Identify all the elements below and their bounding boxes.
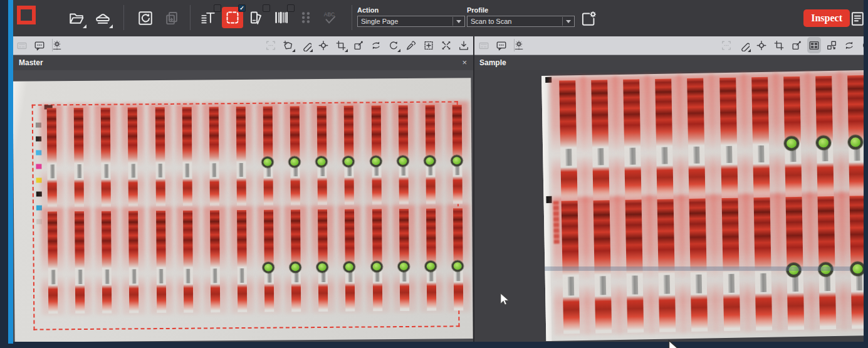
master-scan-image[interactable] xyxy=(13,78,473,342)
rotate-icon[interactable] xyxy=(388,38,399,52)
edge-icon-group xyxy=(847,8,864,29)
package-strip xyxy=(657,199,676,332)
crop-icon[interactable] xyxy=(335,38,347,52)
brightness-icon[interactable] xyxy=(51,38,63,52)
package-strip xyxy=(847,75,864,196)
master-panel-title: Master xyxy=(19,58,43,67)
save-image-icon[interactable] xyxy=(458,38,469,52)
comment-icon[interactable] xyxy=(34,38,45,52)
green-dot-marker xyxy=(397,156,409,167)
rotate-icon[interactable] xyxy=(861,38,864,52)
sample-canvas xyxy=(474,70,864,342)
package-strip xyxy=(156,211,166,313)
package-strip xyxy=(371,105,381,204)
text-inspection-checkbox[interactable] xyxy=(214,4,221,12)
profile-label: Profile xyxy=(467,6,575,14)
green-dot-marker xyxy=(343,261,355,272)
package-strip xyxy=(849,196,864,329)
green-dot-marker xyxy=(370,156,382,167)
dropdown-corner-icon xyxy=(310,49,313,52)
chevron-down-icon xyxy=(562,17,573,26)
sync-views-icon[interactable] xyxy=(370,38,382,52)
color-inspection-checkbox[interactable] xyxy=(263,4,270,12)
braille-inspection-icon xyxy=(295,7,316,28)
action-icon-group xyxy=(135,8,182,29)
package-strip xyxy=(426,209,436,311)
lasso-select-icon[interactable] xyxy=(283,38,294,52)
scan-row xyxy=(559,75,864,201)
file-icon-group xyxy=(66,8,113,29)
package-strip xyxy=(372,209,382,311)
package-strip xyxy=(817,196,836,329)
text-inspection-icon[interactable] xyxy=(197,7,219,28)
package-strip xyxy=(344,106,354,205)
scan-row xyxy=(47,105,463,207)
graphics-inspection-checkbox[interactable]: ✓ xyxy=(238,4,246,12)
eyedropper-icon[interactable] xyxy=(405,38,417,52)
folder-open-icon[interactable] xyxy=(66,8,87,29)
package-strip xyxy=(656,78,674,199)
dropdown-corner-icon xyxy=(345,49,348,52)
master-canvas xyxy=(13,70,473,342)
package-strip xyxy=(721,198,740,331)
report-icon[interactable] xyxy=(847,8,864,29)
window-resize-icon[interactable] xyxy=(826,38,837,52)
scrollbar-hint[interactable] xyxy=(545,266,850,271)
eraser-icon[interactable] xyxy=(738,38,750,52)
package-strip xyxy=(623,79,641,199)
crosshair-icon[interactable] xyxy=(318,38,329,52)
profile-dropdown[interactable]: Scan to Scan xyxy=(467,16,575,27)
brightness-icon[interactable] xyxy=(513,38,525,52)
inspection-icon-group: ✓ABC xyxy=(197,7,341,28)
sync-views-icon[interactable] xyxy=(844,38,855,52)
green-dot-marker xyxy=(288,156,300,167)
toolbar-divider xyxy=(514,39,515,51)
color-inspection-icon[interactable] xyxy=(246,7,268,28)
package-strip xyxy=(48,211,58,314)
package-strip xyxy=(237,210,247,312)
sample-scan-image[interactable] xyxy=(541,70,864,341)
move-region-icon[interactable] xyxy=(353,38,364,52)
move-region-icon[interactable] xyxy=(791,38,802,52)
master-panel-titlebar: Master × xyxy=(13,55,473,70)
barcode-inspection-checkbox[interactable] xyxy=(287,4,295,12)
dropdown-corner-icon xyxy=(748,49,751,52)
action-dropdown[interactable]: Single Page xyxy=(357,16,465,27)
grid-view-icon[interactable] xyxy=(808,38,820,52)
package-strip xyxy=(719,78,738,198)
scan-row xyxy=(562,196,864,334)
package-strip xyxy=(559,80,577,201)
package-strip xyxy=(452,105,463,204)
master-toolbar xyxy=(13,36,473,55)
package-strip xyxy=(74,108,84,207)
package-strip xyxy=(209,107,219,206)
package-strip xyxy=(425,105,435,204)
green-dot-marker xyxy=(451,155,463,166)
package-strip xyxy=(47,108,57,207)
package-strip xyxy=(128,211,139,313)
dropdown-corner-icon xyxy=(83,24,86,28)
package-strip xyxy=(688,78,706,199)
green-dot-marker xyxy=(316,261,328,273)
inspect-button[interactable]: Inspect xyxy=(803,9,850,27)
profile-dropdown-value: Scan to Scan xyxy=(471,18,511,25)
comment-icon[interactable] xyxy=(496,38,507,52)
package-strip xyxy=(128,107,138,206)
copy-pages-icon xyxy=(161,8,182,29)
new-profile-icon[interactable] xyxy=(578,8,599,29)
scanner-icon[interactable] xyxy=(92,8,113,29)
add-region-icon[interactable] xyxy=(423,38,434,52)
barcode-inspection-icon[interactable] xyxy=(271,7,292,28)
green-dot-marker xyxy=(816,135,831,150)
sync-square-icon[interactable] xyxy=(135,8,156,29)
crosshair-icon[interactable] xyxy=(756,38,767,52)
crop-icon[interactable] xyxy=(773,38,785,52)
graphics-inspection-icon[interactable]: ✓ xyxy=(222,7,243,28)
close-icon[interactable]: × xyxy=(462,55,467,70)
sample-panel-titlebar: Sample xyxy=(474,55,864,70)
package-strip xyxy=(182,107,192,206)
toolbar-divider xyxy=(352,5,352,30)
eraser-icon[interactable] xyxy=(300,38,311,52)
fit-view-icon[interactable] xyxy=(441,38,452,52)
action-label: Action xyxy=(357,6,465,14)
